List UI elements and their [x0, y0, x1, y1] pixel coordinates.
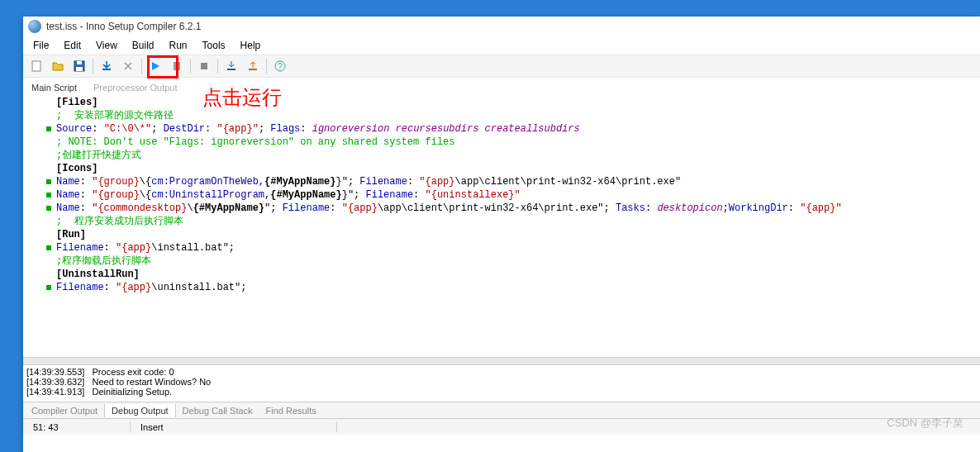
section-files: [Files] [56, 97, 98, 108]
menu-file[interactable]: File [26, 38, 55, 53]
code-comment: ; 安装部署的源文件路径 [56, 110, 174, 121]
status-cursor-position: 51: 43 [23, 422, 131, 432]
menu-tools[interactable]: Tools [196, 38, 232, 53]
svg-rect-3 [76, 67, 83, 71]
output-message: Deinitializing Setup. [93, 387, 173, 397]
svg-text:?: ? [278, 62, 283, 71]
window-title: test.iss - Inno Setup Compiler 6.2.1 [46, 21, 201, 32]
step-over-button[interactable] [243, 56, 263, 76]
terminate-button[interactable] [194, 56, 214, 76]
svg-rect-9 [249, 69, 257, 70]
output-timestamp: [14:39:39.632] [26, 377, 84, 387]
tab-find-results[interactable]: Find Results [259, 404, 323, 417]
tab-preprocessor-output[interactable]: Preprocessor Output [88, 81, 183, 94]
menu-edit[interactable]: Edit [57, 38, 88, 53]
section-uninstallrun: [UninstallRun] [56, 269, 140, 280]
code-comment: ;创建打开快捷方式 [56, 150, 141, 161]
app-window: test.iss - Inno Setup Compiler 6.2.1 Fil… [23, 17, 980, 452]
menu-build[interactable]: Build [126, 38, 161, 53]
section-run: [Run] [56, 229, 86, 240]
tab-debug-callstack[interactable]: Debug Call Stack [176, 404, 259, 417]
step-into-button[interactable] [221, 56, 241, 76]
gutter-marker-icon [46, 126, 51, 131]
toolbar-separator [190, 59, 191, 74]
output-timestamp: [14:39:41.913] [26, 387, 84, 397]
help-button[interactable]: ? [270, 56, 290, 76]
tab-debug-output[interactable]: Debug Output [104, 404, 176, 417]
toolbar-separator [93, 59, 93, 74]
gutter-marker-icon [46, 285, 51, 290]
svg-rect-8 [227, 69, 235, 70]
toolbar-separator [266, 59, 267, 74]
code-comment: ;程序御载后执行脚本 [56, 255, 151, 267]
toolbar-separator [141, 59, 142, 74]
gutter-marker-icon [46, 206, 51, 211]
svg-rect-2 [77, 61, 82, 64]
menu-help[interactable]: Help [234, 38, 268, 53]
section-icons: [Icons] [56, 163, 98, 174]
output-message: Process exit code: 0 [93, 367, 174, 377]
output-timestamp: [14:39:39.553] [26, 367, 84, 377]
code-editor[interactable]: [Files] ; 安装部署的源文件路径 Source: "C:\0\*"; D… [23, 94, 980, 357]
status-insert-mode: Insert [131, 422, 337, 432]
statusbar: 51: 43 Insert [23, 418, 980, 435]
menu-view[interactable]: View [89, 38, 124, 53]
gutter-marker-icon [46, 245, 51, 250]
titlebar: test.iss - Inno Setup Compiler 6.2.1 [23, 17, 980, 36]
output-tabs: Compiler Output Debug Output Debug Call … [23, 402, 980, 418]
tab-compiler-output[interactable]: Compiler Output [25, 404, 104, 417]
stop-compile-button[interactable] [118, 56, 138, 76]
new-button[interactable] [26, 56, 46, 76]
pause-button[interactable] [167, 56, 187, 76]
output-message: Need to restart Windows? No [93, 377, 212, 387]
toolbar: ? [23, 55, 980, 78]
run-button[interactable] [145, 56, 165, 76]
svg-rect-6 [178, 62, 180, 70]
svg-rect-7 [201, 63, 207, 69]
compile-button[interactable] [97, 56, 117, 76]
annotation-callout: 点击运行 [202, 84, 282, 111]
gutter-marker-icon [46, 179, 51, 184]
code-comment: ; NOTE: Don't use "Flags: ignoreversion"… [56, 136, 454, 148]
splitter[interactable] [23, 357, 980, 365]
code-comment: ; 程序安装成功后执行脚本 [56, 216, 183, 227]
watermark: CSDN @李子菜 [887, 416, 963, 431]
app-icon [28, 20, 41, 33]
open-button[interactable] [48, 56, 68, 76]
menubar: File Edit View Build Run Tools Help [23, 36, 980, 55]
output-panel[interactable]: [14:39:39.553] Process exit code: 0 [14:… [23, 365, 980, 402]
save-button[interactable] [69, 56, 89, 76]
gutter-marker-icon [46, 193, 51, 197]
toolbar-separator [217, 59, 218, 74]
menu-run[interactable]: Run [163, 38, 194, 53]
script-tabs: Main Script Preprocessor Output [23, 78, 980, 94]
tab-main-script[interactable]: Main Script [26, 81, 82, 94]
svg-rect-5 [174, 62, 176, 70]
svg-rect-4 [102, 69, 111, 70]
